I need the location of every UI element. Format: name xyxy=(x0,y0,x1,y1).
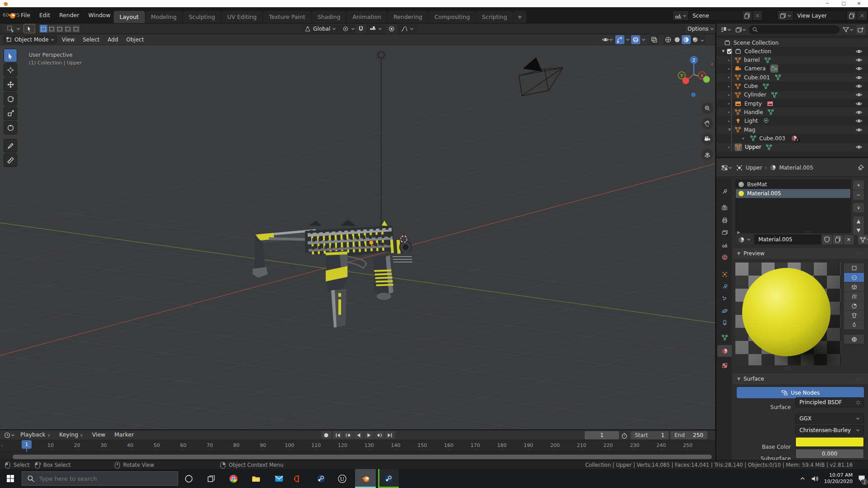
shading-solid-button[interactable] xyxy=(673,35,682,44)
shading-rendered-button[interactable] xyxy=(691,35,700,44)
material-slot-bsemat[interactable]: BseMat xyxy=(736,180,850,189)
tool-select-box[interactable] xyxy=(4,49,17,62)
tool-annotate[interactable] xyxy=(4,139,17,152)
editor-type-timeline-dropdown[interactable] xyxy=(3,431,16,440)
field-slider[interactable]: 0.000 xyxy=(795,449,864,459)
tool-rotate[interactable] xyxy=(4,92,17,106)
snap-toggle[interactable] xyxy=(356,24,366,34)
panel-collapse-arrow[interactable]: ‹ xyxy=(711,60,713,67)
frame-end-field[interactable]: End 250 xyxy=(670,431,707,439)
prev-keyframe-button[interactable] xyxy=(343,431,353,439)
action-center-icon[interactable]: 2 xyxy=(858,474,865,483)
pivot-point-dropdown[interactable] xyxy=(339,24,358,34)
field-menu[interactable]: Christensen-Burley xyxy=(795,425,864,435)
material-copy-button[interactable] xyxy=(833,235,843,244)
visibility-eye-icon[interactable] xyxy=(855,109,863,116)
slot-specials-button[interactable]: ▶ xyxy=(737,230,740,235)
tab-animation[interactable]: Animation xyxy=(346,11,387,23)
move-up-button[interactable]: ▲ xyxy=(853,216,864,226)
breadcrumb-material[interactable]: Material.005 xyxy=(779,165,813,171)
preview-panel-header[interactable]: ▼ Preview :::: xyxy=(733,248,868,259)
jump-end-button[interactable] xyxy=(385,431,395,439)
menu-file[interactable]: File xyxy=(16,7,35,23)
preview-world-button[interactable] xyxy=(844,335,864,344)
disclosure-icon[interactable]: ▼ xyxy=(728,128,731,132)
tool-cursor[interactable] xyxy=(4,63,17,77)
surface-panel-header[interactable]: ▼ Surface :::: xyxy=(733,373,868,384)
outliner-row-mag[interactable]: ▼Mag xyxy=(716,125,868,134)
disclosure-icon[interactable]: ▸ xyxy=(728,58,730,62)
outliner-row-cube-001[interactable]: ▸Cube.001 xyxy=(716,73,868,82)
view-layer-browse-button[interactable] xyxy=(777,10,794,21)
taskbar-unreal-engine-icon[interactable]: U xyxy=(332,469,352,488)
taskbar-office-icon[interactable] xyxy=(286,469,307,488)
preview-type-hair-button[interactable] xyxy=(844,292,864,301)
properties-tab-render[interactable] xyxy=(717,202,732,213)
preview-type-cube-button[interactable] xyxy=(844,282,864,291)
preview-type-sphere-button[interactable] xyxy=(844,273,864,282)
frame-start-field[interactable]: Start 1 xyxy=(631,431,669,439)
view-layer-copy-button[interactable] xyxy=(847,10,857,21)
timeline-menu-view[interactable]: View xyxy=(88,430,110,440)
proportional-falloff-dropdown[interactable] xyxy=(398,24,416,34)
properties-tab-material[interactable] xyxy=(717,345,732,357)
tab-sculpting[interactable]: Sculpting xyxy=(183,11,221,23)
outliner-row-light[interactable]: ▸Light xyxy=(716,117,868,125)
next-keyframe-button[interactable] xyxy=(374,431,384,439)
transform-orientation-dropdown[interactable]: Global xyxy=(301,24,339,34)
menu-window[interactable]: Window xyxy=(84,7,115,23)
visibility-eye-icon[interactable] xyxy=(855,65,863,72)
viewport-menu-add[interactable]: Add xyxy=(104,34,122,45)
disclosure-icon[interactable]: ▼ xyxy=(722,49,725,53)
preview-type-shaderball-button[interactable] xyxy=(844,301,864,310)
viewport-menu-view[interactable]: View xyxy=(58,34,78,45)
tab-scripting[interactable]: Scripting xyxy=(476,11,513,23)
visibility-eye-icon[interactable] xyxy=(855,48,863,55)
view-layer-remove-button[interactable]: ✕ xyxy=(857,10,868,21)
scene-copy-button[interactable] xyxy=(742,10,753,21)
select-mode-intersect[interactable] xyxy=(72,25,80,32)
fake-user-shield-button[interactable] xyxy=(822,235,832,244)
slot-specials-button[interactable]: ∨ xyxy=(853,203,864,212)
tab-modeling[interactable]: Modeling xyxy=(145,11,183,23)
breadcrumb-object[interactable]: Upper xyxy=(746,165,762,171)
scene-unlink-button[interactable]: ✕ xyxy=(753,10,763,21)
outliner-search-input[interactable] xyxy=(749,25,840,34)
menu-edit[interactable]: Edit xyxy=(35,7,55,23)
tray-expand-icon[interactable] xyxy=(799,475,806,482)
select-tool-button[interactable] xyxy=(23,24,35,33)
nav-camera-view-button[interactable] xyxy=(702,133,713,145)
properties-tab-output[interactable] xyxy=(717,214,732,226)
tab-compositing[interactable]: Compositing xyxy=(429,11,476,23)
taskbar-search[interactable] xyxy=(22,471,178,486)
search-input[interactable] xyxy=(39,475,161,482)
play-reverse-button[interactable] xyxy=(354,431,364,439)
display-mode-dropdown[interactable] xyxy=(734,25,747,34)
shading-wireframe-button[interactable] xyxy=(664,35,673,44)
outliner-row-cube[interactable]: ▸Cube xyxy=(716,82,868,91)
disclosure-icon[interactable]: ▸ xyxy=(728,119,730,123)
tab-layout[interactable]: Layout xyxy=(114,11,145,23)
volume-icon[interactable] xyxy=(811,475,819,482)
disclosure-icon[interactable]: ▸ xyxy=(728,67,730,71)
nav-grid-ortho-button[interactable] xyxy=(702,148,713,160)
show-overlays-toggle[interactable] xyxy=(631,35,640,44)
material-unlink-button[interactable]: ✕ xyxy=(844,235,854,244)
blender-logo-icon[interactable] xyxy=(8,11,16,19)
select-mode-difference[interactable] xyxy=(64,25,72,32)
jump-start-button[interactable] xyxy=(333,431,343,439)
region-arrow[interactable]: › xyxy=(1,443,3,448)
pin-icon[interactable] xyxy=(857,164,864,171)
properties-tab-modifiers[interactable] xyxy=(717,281,732,292)
mode-dropdown[interactable]: Object Mode xyxy=(3,35,57,45)
taskbar-chrome-icon[interactable] xyxy=(223,469,244,488)
snap-target-dropdown[interactable] xyxy=(366,24,385,34)
remove-slot-button[interactable]: − xyxy=(853,190,864,200)
tool-scale[interactable] xyxy=(4,106,17,120)
visibility-eye-icon[interactable] xyxy=(855,143,863,151)
disclosure-icon[interactable]: ▸ xyxy=(728,84,730,88)
material-browse-button[interactable] xyxy=(735,235,753,244)
scene-name-field[interactable]: Scene xyxy=(689,10,742,21)
slot-list-grip[interactable]: :::: xyxy=(805,230,812,235)
properties-tab-object-data[interactable] xyxy=(717,331,732,343)
